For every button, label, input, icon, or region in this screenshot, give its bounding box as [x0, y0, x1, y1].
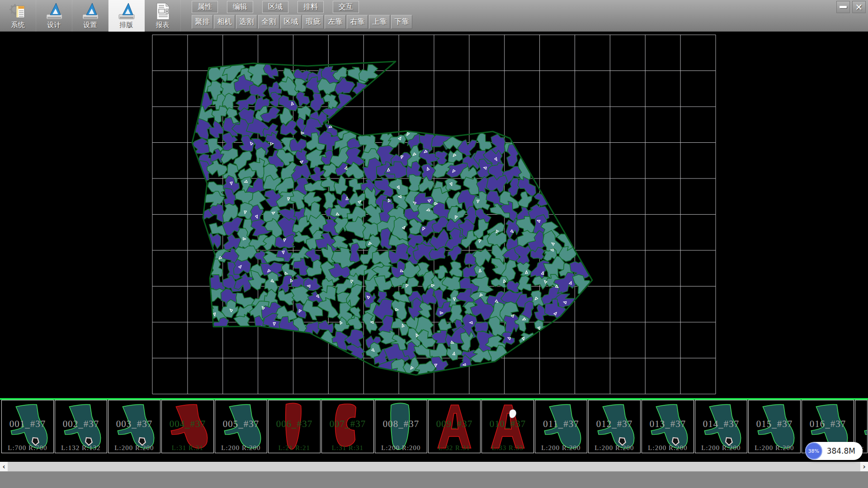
main-button-label: 系统: [11, 21, 25, 29]
part-thumbnail-010_#37[interactable]: 010_#37L:33 R:33: [481, 400, 534, 453]
menu-button-row1-4[interactable]: 交互: [333, 1, 359, 13]
part-thumbnail-006_#37[interactable]: 006_#37L:21 R:21: [268, 400, 321, 453]
part-id-label: 013_#37: [642, 418, 693, 430]
progress-circle: 38%: [805, 442, 822, 460]
part-count-label: L:200 R:200: [108, 444, 160, 452]
part-thumbnail-002_#37[interactable]: 002_#37L:132 R:132: [55, 400, 107, 453]
scroll-left-icon: ‹: [2, 463, 5, 471]
main-button-label: 排版: [120, 21, 133, 29]
part-thumbnail-007_#37[interactable]: 007_#37L:31 R:31: [321, 400, 374, 453]
scrollbar-track[interactable]: [8, 462, 860, 471]
part-id-label: 016_#37: [802, 418, 854, 430]
part-count-label: L:21 R:21: [269, 444, 320, 452]
menu-button-row1-3[interactable]: 排料: [297, 1, 324, 13]
menu-area: 属性编辑区域排料交互 聚排相机选割全割区域瑕疵左靠右靠上靠下靠: [192, 0, 412, 31]
main-button-label: 设计: [47, 21, 61, 29]
design-icon: [45, 1, 63, 21]
part-id-label: 011_#37: [535, 418, 587, 430]
nested-pieces: [192, 60, 593, 380]
part-id-label: 006_#37: [269, 418, 320, 430]
part-count-label: L:132 R:132: [55, 444, 107, 452]
part-thumbnail-014_#37[interactable]: 014_#37L:200 R:200: [695, 400, 747, 453]
part-id-label: 015_#37: [749, 418, 800, 430]
part-count-label: L:200 R:200: [589, 444, 640, 452]
menu-button-row2-3[interactable]: 全割: [258, 15, 279, 29]
part-thumbnail-009_#37[interactable]: 009_#37L:32 R:31: [428, 400, 481, 453]
parts-strip: 001_#37L:700 R:700002_#37L:132 R:132003_…: [0, 400, 868, 453]
toolbar: 系统设计设置排版报表 属性编辑区域排料交互 聚排相机选割全割区域瑕疵左靠右靠上靠…: [0, 0, 868, 32]
menu-row-1: 属性编辑区域排料交互: [192, 1, 412, 13]
minimize-icon: [840, 6, 847, 8]
menu-button-row2-4[interactable]: 区域: [280, 15, 302, 29]
part-count-label: L:200 R:200: [749, 444, 800, 452]
part-id-label: 003_#37: [108, 418, 160, 430]
part-count-label: L:32 R:31: [429, 444, 480, 452]
part-thumbnail-012_#37[interactable]: 012_#37L:200 R:200: [588, 400, 641, 453]
part-thumbnail-011_#37[interactable]: 011_#37L:200 R:200: [535, 400, 587, 453]
close-button[interactable]: ✕: [852, 1, 866, 13]
main-button-report[interactable]: 报表: [145, 0, 181, 32]
report-icon: [154, 1, 172, 21]
menu-button-row2-2[interactable]: 选割: [236, 15, 257, 29]
application-window: 系统设计设置排版报表 属性编辑区域排料交互 聚排相机选割全割区域瑕疵左靠右靠上靠…: [0, 0, 868, 488]
nesting-layout-drawing[interactable]: [0, 32, 868, 398]
scroll-right-icon: ›: [863, 463, 865, 471]
nesting-canvas[interactable]: [0, 32, 868, 398]
main-button-settings[interactable]: 设置: [72, 0, 108, 32]
part-thumbnail-015_#37[interactable]: 015_#37L:200 R:200: [748, 400, 801, 453]
part-thumbnail-008_#37[interactable]: 008_#37L:200 R:200: [375, 400, 427, 453]
part-id-label: 009_#37: [429, 418, 480, 430]
scroll-right-button[interactable]: ›: [860, 462, 868, 471]
part-id-label: 014_#37: [695, 418, 747, 430]
part-count-label: L:200 R:200: [535, 444, 587, 452]
menu-button-row2-6[interactable]: 左靠: [325, 15, 346, 29]
settings-icon: [81, 1, 99, 21]
menu-button-row2-7[interactable]: 右靠: [347, 15, 368, 29]
main-button-label: 设置: [84, 21, 97, 29]
menu-button-row1-2[interactable]: 区域: [262, 1, 288, 13]
main-button-group: 系统设计设置排版报表: [0, 0, 181, 31]
part-count-label: L:200 R:200: [375, 444, 427, 452]
window-controls: ✕: [836, 1, 866, 13]
menu-button-row2-1[interactable]: 相机: [214, 15, 235, 29]
close-icon: ✕: [855, 2, 863, 13]
menu-button-row2-8[interactable]: 上靠: [369, 15, 390, 29]
part-count-label: L:31 R:31: [322, 444, 373, 452]
part-id-label: 002_#37: [55, 418, 107, 430]
horizontal-scrollbar: ‹ ›: [0, 462, 868, 471]
part-count-label: L:200 R:200: [695, 444, 747, 452]
menu-button-row1-1[interactable]: 编辑: [227, 1, 253, 13]
main-button-design[interactable]: 设计: [36, 0, 72, 32]
part-count-label: L:200 R:200: [642, 444, 693, 452]
part-id-label: 001_#37: [2, 418, 53, 430]
part-id-label: 007_#37: [322, 418, 373, 430]
part-thumbnail-013_#37[interactable]: 013_#37L:200 R:200: [642, 400, 694, 453]
main-button-system[interactable]: 系统: [0, 0, 36, 32]
system-icon: [9, 1, 27, 21]
part-id-label: 012_#37: [589, 418, 640, 430]
memory-usage-badge: 38% 384.8M: [805, 442, 863, 460]
progress-percent: 38%: [808, 448, 819, 454]
memory-value: 384.8M: [827, 446, 855, 455]
part-thumbnail-003_#37[interactable]: 003_#37L:200 R:200: [108, 400, 160, 453]
part-id-label: 005_#37: [215, 418, 267, 430]
part-id-label: 008_#37: [375, 418, 427, 430]
menu-button-row2-0[interactable]: 聚排: [192, 15, 213, 29]
part-thumbnail-001_#37[interactable]: 001_#37L:700 R:700: [1, 400, 54, 453]
nesting-icon: [118, 1, 136, 21]
minimize-button[interactable]: [836, 1, 850, 13]
main-button-label: 报表: [156, 21, 170, 29]
scroll-left-button[interactable]: ‹: [0, 462, 8, 471]
part-id-label: 010_#37: [482, 418, 533, 430]
part-count-label: L:700 R:700: [2, 444, 53, 452]
part-count-label: L:31 R:31: [162, 444, 213, 452]
part-thumbnail-005_#37[interactable]: 005_#37L:200 R:200: [215, 400, 267, 453]
menu-button-row1-0[interactable]: 属性: [192, 1, 218, 13]
part-thumbnail-004_#37[interactable]: 004_#37L:31 R:31: [161, 400, 214, 453]
status-bar: [0, 471, 868, 488]
part-count-label: L:33 R:33: [482, 444, 533, 452]
menu-button-row2-9[interactable]: 下靠: [391, 15, 412, 29]
menu-row-2: 聚排相机选割全割区域瑕疵左靠右靠上靠下靠: [192, 15, 412, 29]
menu-button-row2-5[interactable]: 瑕疵: [302, 15, 324, 29]
main-button-nesting[interactable]: 排版: [108, 0, 145, 32]
